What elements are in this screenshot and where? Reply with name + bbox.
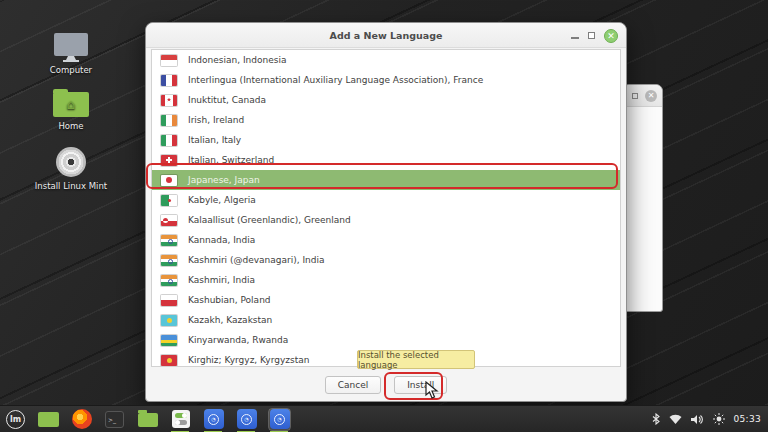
language-label: Kabyle, Algeria: [188, 195, 256, 205]
language-label: Inuktitut, Canada: [188, 95, 266, 105]
language-label: Italian, Italy: [188, 135, 241, 145]
cancel-button[interactable]: Cancel: [325, 376, 382, 394]
ireland-flag-icon: [161, 115, 177, 126]
language-label: Kirghiz; Kyrgyz, Kyrgyzstan: [188, 355, 309, 365]
list-item[interactable]: Kannada, India: [152, 230, 620, 250]
dialog-title: Add a New Language: [330, 30, 443, 41]
desktop-icon-computer[interactable]: Computer: [26, 33, 116, 75]
background-window-titlebar: ✕: [623, 85, 662, 107]
poland-flag-icon: [161, 295, 177, 306]
italy-flag-icon: [161, 135, 177, 146]
language-label: Kalaallisut (Greenlandic), Greenland: [188, 215, 351, 225]
terminal-icon[interactable]: >_: [104, 409, 125, 430]
language-window-icon[interactable]: ◔: [203, 409, 224, 430]
canada-flag-icon: [161, 95, 177, 106]
window-controls: ✕: [571, 23, 618, 48]
list-item[interactable]: Interlingua (International Auxiliary Lan…: [152, 70, 620, 90]
language-label: Indonesian, Indonesia: [188, 55, 286, 65]
taskbar: lm >_ ◔ ◔ ◔: [0, 405, 768, 432]
list-item[interactable]: Kashubian, Poland: [152, 290, 620, 310]
maximize-icon[interactable]: [588, 32, 595, 39]
mouse-cursor-icon: [425, 381, 439, 399]
install-disc-icon: [56, 147, 86, 177]
list-item[interactable]: Kabyle, Algeria: [152, 190, 620, 210]
language-label: Kazakh, Kazakstan: [188, 315, 272, 325]
list-item[interactable]: Kashmiri (@devanagari), India: [152, 250, 620, 270]
language-label: Kannada, India: [188, 235, 255, 245]
install-tooltip: Install the selected language: [357, 350, 475, 369]
bluetooth-icon[interactable]: [652, 413, 660, 425]
desktop-icon-label: Computer: [26, 65, 116, 75]
minimize-icon[interactable]: [571, 37, 579, 39]
language-label: Kashubian, Poland: [188, 295, 271, 305]
language-label: Kashmiri (@devanagari), India: [188, 255, 325, 265]
mint-menu-icon[interactable]: lm: [5, 409, 26, 430]
volume-icon[interactable]: [691, 414, 704, 425]
background-window[interactable]: ✕: [622, 84, 663, 312]
close-icon[interactable]: ✕: [604, 29, 618, 43]
india-flag-icon: [161, 235, 177, 246]
firefox-icon[interactable]: [71, 409, 92, 430]
list-item[interactable]: Kinyarwanda, Rwanda: [152, 330, 620, 350]
computer-icon: [54, 33, 88, 56]
list-item[interactable]: Italian, Italy: [152, 130, 620, 150]
home-folder-icon: [53, 92, 89, 117]
list-item[interactable]: Kalaallisut (Greenlandic), Greenland: [152, 210, 620, 230]
india-flag-icon: [161, 255, 177, 266]
brightness-icon[interactable]: [713, 413, 725, 425]
language-label: Kashmiri, India: [188, 275, 255, 285]
indonesia-flag-icon: [161, 55, 177, 66]
kazakhstan-flag-icon: [161, 315, 177, 326]
files-icon[interactable]: [137, 409, 158, 430]
desktop-background: Computer Home Install Linux Mint ✕ Add a…: [0, 0, 768, 432]
clock[interactable]: 05:33: [734, 414, 761, 424]
desktop-icon-home[interactable]: Home: [26, 92, 116, 131]
language-label: Kinyarwanda, Rwanda: [188, 335, 288, 345]
list-item[interactable]: Irish, Ireland: [152, 110, 620, 130]
algeria-flag-icon: [161, 195, 177, 206]
rwanda-flag-icon: [161, 335, 177, 346]
annotation-box-selected-language: [146, 163, 618, 189]
input-settings-icon[interactable]: [170, 409, 191, 430]
desktop-icon-label: Install Linux Mint: [26, 181, 116, 191]
system-tray: 05:33: [652, 413, 768, 425]
list-item[interactable]: Inuktitut, Canada: [152, 90, 620, 110]
network-icon[interactable]: [669, 414, 682, 424]
taskbar-launchers: lm >_ ◔ ◔ ◔: [0, 409, 290, 430]
kyrgyzstan-flag-icon: [161, 355, 177, 366]
dialog-titlebar[interactable]: Add a New Language ✕: [146, 23, 626, 48]
language-window-icon-active[interactable]: ◔: [269, 409, 290, 430]
list-item[interactable]: Kashmiri, India: [152, 270, 620, 290]
language-label: Irish, Ireland: [188, 115, 244, 125]
desktop-icon-label: Home: [26, 121, 116, 131]
language-list[interactable]: Indonesian, IndonesiaInterlingua (Intern…: [151, 49, 621, 367]
language-window-icon[interactable]: ◔: [236, 409, 257, 430]
show-desktop-icon[interactable]: [38, 409, 59, 430]
list-item[interactable]: Kazakh, Kazakstan: [152, 310, 620, 330]
language-label: Interlingua (International Auxiliary Lan…: [188, 75, 483, 85]
add-language-dialog: Add a New Language ✕ Indonesian, Indones…: [145, 22, 627, 402]
india-flag-icon: [161, 275, 177, 286]
desktop-icon-install-linux-mint[interactable]: Install Linux Mint: [26, 147, 116, 191]
greenland-flag-icon: [161, 215, 177, 226]
close-icon[interactable]: ✕: [645, 90, 657, 102]
list-item[interactable]: Indonesian, Indonesia: [152, 50, 620, 70]
maximize-icon[interactable]: [632, 93, 638, 99]
france-flag-icon: [161, 75, 177, 86]
